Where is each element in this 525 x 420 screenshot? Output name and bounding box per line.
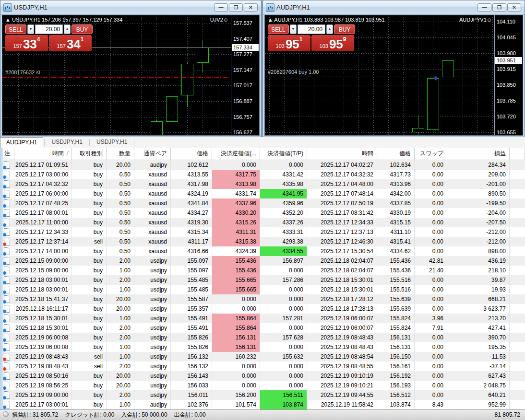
- column-header[interactable]: 時間/: [14, 148, 72, 160]
- table-row[interactable]: 2025.12.17 12:34:33buy0.50xauusd4315.344…: [0, 227, 525, 237]
- profit-cell: 668.21: [447, 294, 510, 304]
- profit-cell: -212.00: [447, 227, 510, 237]
- table-row[interactable]: 2025.12.19 06:00:08buy2.00usdjpy155.8261…: [0, 333, 525, 342]
- table-row[interactable]: 2025.12.17 14:00:00buy0.50xauusd4316.664…: [0, 246, 525, 256]
- grid-line: [2, 132, 231, 133]
- table-row[interactable]: 2025.12.17 03:00:00buy0.50xauusd4313.554…: [0, 170, 525, 179]
- open-price-cell: 4316.66: [171, 246, 212, 256]
- table-row[interactable]: 2025.12.18 16:11:17buy20.00usdjpy155.357…: [0, 304, 525, 314]
- smiley-icon[interactable]: ☺: [487, 17, 492, 23]
- column-header[interactable]: 時間: [307, 148, 377, 160]
- table-row[interactable]: 2025.12.18 15:30:01buy2.00usdjpy155.4911…: [0, 323, 525, 333]
- buy-order-icon: [4, 343, 10, 351]
- axis-label: 157.537: [233, 20, 252, 26]
- table-row[interactable]: 2025.12.18 03:00:01buy2.00usdjpy155.4851…: [0, 275, 525, 285]
- close-button[interactable]: ✕: [507, 3, 521, 12]
- price-axis[interactable]: 104.110104.045103.980103.915103.850103.7…: [494, 15, 523, 135]
- column-header[interactable]: 通貨ペア: [134, 148, 171, 160]
- minimize-button[interactable]: —: [214, 3, 228, 12]
- volume-cell: 0.50: [107, 227, 134, 237]
- table-row[interactable]: 2025.12.19 08:56:25buy20.00usdjpy156.033…: [0, 381, 525, 390]
- close-time-cell: 2025.12.19 11:58:42: [307, 400, 377, 409]
- open-time-cell: 2025.12.18 03:00:01: [14, 285, 72, 294]
- table-row[interactable]: 2025.12.19 09:00:00buy2.00usdjpy156.0111…: [0, 390, 525, 400]
- sell-button[interactable]: SELL: [268, 24, 289, 34]
- table-row[interactable]: 2025.12.17 01:09:51buy20.00audjpy102.612…: [0, 160, 525, 170]
- open-price-cell: 155.826: [171, 333, 212, 342]
- tab-usdjpy-h1[interactable]: USDJPY,H1: [91, 137, 133, 148]
- window-titlebar[interactable]: USDJPY,H1 — ❐ ✕: [0, 0, 261, 15]
- chart-pane[interactable]: ▲ AUDJPY,H1 103.883 103.987 103.819 103.…: [265, 15, 494, 135]
- grid-line: [463, 15, 463, 135]
- table-row[interactable]: 2025.12.17 03:00:01buy1.00audjpy102.3761…: [0, 400, 525, 409]
- account-history-table: 注.時間/取引種別数量通貨ペア価格決済逆指値(...決済指値(T/P)時間価格ス…: [0, 148, 525, 409]
- order-type-cell: buy: [72, 218, 107, 227]
- table-row[interactable]: 2025.12.17 07:48:25buy0.50xauusd4341.844…: [0, 198, 525, 208]
- smiley-icon[interactable]: ☺: [223, 17, 228, 23]
- chart-window-usdjpy: USDJPY,H1 — ❐ ✕ ▲ USDJPY,H1 157.206 157.…: [0, 0, 262, 137]
- buy-button[interactable]: BUY: [334, 24, 355, 34]
- close-time-cell: 2025.12.19 08:48:43: [307, 342, 377, 352]
- table-row[interactable]: 2025.12.19 06:00:08buy1.00usdjpy155.8261…: [0, 342, 525, 352]
- open-time-cell: 2025.12.18 03:00:01: [14, 275, 72, 285]
- row-filler: [510, 246, 525, 256]
- volume-decrement-button[interactable]: ▼: [290, 24, 297, 34]
- table-row[interactable]: 2025.12.19 08:48:43sell1.00usdjpy156.132…: [0, 352, 525, 362]
- swap-cell: 0.00: [415, 352, 447, 362]
- column-header[interactable]: 価格: [171, 148, 212, 160]
- chart-pane[interactable]: ▲ USDJPY,H1 157.206 157.397 157.129 157.…: [2, 15, 231, 135]
- profit-cell: 284.34: [447, 160, 510, 170]
- sell-price-button[interactable]: 103951: [268, 35, 310, 51]
- column-header[interactable]: 損益: [447, 148, 510, 160]
- close-time-cell: 2025.12.18 15:30:01: [307, 285, 377, 294]
- price-axis[interactable]: 157.537157.407157.277157.147157.017156.8…: [231, 15, 259, 135]
- volume-increment-button[interactable]: ▲: [64, 24, 71, 34]
- column-header[interactable]: 数量: [107, 148, 134, 160]
- column-header[interactable]: 決済逆指値(...: [212, 148, 260, 160]
- withdrawal-total: 出金計: 0.00: [174, 411, 206, 418]
- table-row[interactable]: 2025.12.18 15:41:37buy20.00usdjpy155.587…: [0, 294, 525, 304]
- sell-button[interactable]: SELL: [5, 24, 26, 34]
- tab-audjpy-h1[interactable]: AUDJPY,H1: [0, 137, 43, 148]
- table-row[interactable]: 2025.12.18 15:30:01buy1.00usdjpy155.4911…: [0, 314, 525, 323]
- volume-decrement-button[interactable]: ▼: [27, 24, 34, 34]
- column-header[interactable]: 決済指値(T/P): [260, 148, 307, 160]
- column-header[interactable]: 取引種別: [72, 148, 107, 160]
- table-row[interactable]: 2025.12.18 03:00:01buy1.00usdjpy155.4851…: [0, 285, 525, 294]
- buy-price-button[interactable]: 157341: [49, 35, 92, 51]
- collapse-arrow-icon[interactable]: ▲: [268, 17, 273, 23]
- restore-button[interactable]: ❐: [229, 3, 243, 12]
- table-row[interactable]: 2025.12.17 11:00:00buy0.50xauusd4319.304…: [0, 218, 525, 227]
- candle-body: [151, 121, 163, 135]
- window-titlebar[interactable]: AUDJPY,H1 — ❐ ✕: [263, 0, 525, 15]
- minimize-button[interactable]: —: [477, 3, 491, 12]
- restore-button[interactable]: ❐: [492, 3, 506, 12]
- buy-price-button[interactable]: 103959: [311, 35, 354, 51]
- volume-cell: 1.00: [107, 400, 134, 409]
- order-type-cell: buy: [72, 304, 107, 314]
- window-title: AUDJPY,H1: [276, 4, 310, 11]
- column-header[interactable]: スワップ: [415, 148, 447, 160]
- row-filler: [510, 218, 525, 227]
- close-button[interactable]: ✕: [244, 3, 258, 12]
- column-header[interactable]: 価格: [377, 148, 415, 160]
- table-row[interactable]: 2025.12.19 08:48:43sell2.00usdjpy156.132…: [0, 362, 525, 371]
- table-row[interactable]: 2025.12.15 09:00:00buy1.00usdjpy155.0971…: [0, 266, 525, 275]
- take-profit-cell: 0.000: [260, 266, 307, 275]
- row-filler: [510, 285, 525, 294]
- table-row[interactable]: 2025.12.17 04:32:32buy0.50xauusd4317.984…: [0, 179, 525, 189]
- collapse-arrow-icon[interactable]: ▲: [5, 17, 11, 23]
- volume-input[interactable]: 20.00: [35, 24, 63, 34]
- order-line-label: #208175632 sl: [5, 70, 40, 75]
- sell-price-button[interactable]: 157334: [5, 35, 48, 51]
- buy-button[interactable]: BUY: [72, 24, 93, 34]
- volume-input[interactable]: 20.00: [298, 24, 325, 34]
- table-row[interactable]: 2025.12.15 09:00:00buy2.00usdjpy155.0971…: [0, 256, 525, 266]
- tab-usdjpy-h1[interactable]: USDJPY,H1: [46, 137, 88, 148]
- volume-increment-button[interactable]: ▲: [326, 24, 333, 34]
- order-type-cell: buy: [72, 256, 107, 266]
- table-row[interactable]: 2025.12.17 06:00:00buy0.50xauusd4324.194…: [0, 189, 525, 198]
- table-row[interactable]: 2025.12.19 08:50:16buy20.00usdjpy156.143…: [0, 371, 525, 381]
- table-row[interactable]: 2025.12.17 12:37:14sell0.50xauusd4311.17…: [0, 237, 525, 246]
- table-row[interactable]: 2025.12.17 08:00:01buy0.50xauusd4334.274…: [0, 208, 525, 218]
